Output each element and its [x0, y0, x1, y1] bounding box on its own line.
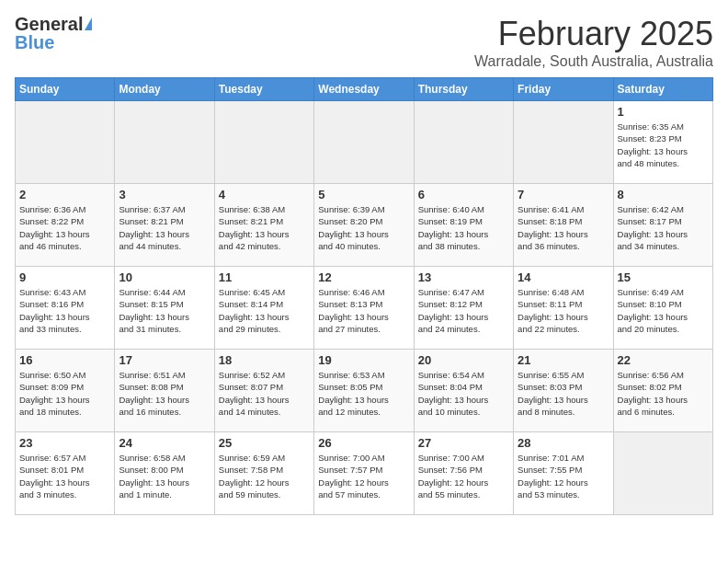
day-info: Sunrise: 6:42 AM Sunset: 8:17 PM Dayligh… [618, 203, 709, 252]
location-title: Warradale, South Australia, Australia [474, 53, 713, 70]
day-header-monday: Monday [115, 78, 214, 101]
calendar-cell: 10Sunrise: 6:44 AM Sunset: 8:15 PM Dayli… [115, 267, 214, 350]
day-header-wednesday: Wednesday [314, 78, 414, 101]
day-info: Sunrise: 6:38 AM Sunset: 8:21 PM Dayligh… [219, 203, 310, 252]
calendar-cell: 20Sunrise: 6:54 AM Sunset: 8:04 PM Dayli… [414, 350, 513, 432]
day-info: Sunrise: 7:00 AM Sunset: 7:56 PM Dayligh… [418, 452, 509, 500]
day-number: 24 [119, 436, 210, 450]
calendar-cell: 4Sunrise: 6:38 AM Sunset: 8:21 PM Daylig… [214, 184, 313, 267]
day-info: Sunrise: 6:47 AM Sunset: 8:12 PM Dayligh… [418, 286, 509, 335]
calendar-cell: 18Sunrise: 6:52 AM Sunset: 8:07 PM Dayli… [214, 350, 313, 432]
day-number: 16 [19, 353, 110, 367]
calendar-cell: 23Sunrise: 6:57 AM Sunset: 8:01 PM Dayli… [16, 432, 115, 515]
calendar-cell: 27Sunrise: 7:00 AM Sunset: 7:56 PM Dayli… [414, 432, 513, 515]
calendar-cell: 14Sunrise: 6:48 AM Sunset: 8:11 PM Dayli… [514, 267, 613, 350]
calendar-cell: 1Sunrise: 6:35 AM Sunset: 8:23 PM Daylig… [613, 101, 712, 184]
day-number: 1 [618, 105, 709, 119]
calendar-cell: 13Sunrise: 6:47 AM Sunset: 8:12 PM Dayli… [414, 267, 513, 350]
calendar-cell: 11Sunrise: 6:45 AM Sunset: 8:14 PM Dayli… [214, 267, 313, 350]
calendar-cell: 3Sunrise: 6:37 AM Sunset: 8:21 PM Daylig… [115, 184, 214, 267]
day-number: 11 [219, 270, 310, 284]
calendar-week-2: 2Sunrise: 6:36 AM Sunset: 8:22 PM Daylig… [16, 184, 713, 267]
day-number: 20 [418, 353, 509, 367]
day-number: 25 [219, 436, 310, 450]
calendar-week-5: 23Sunrise: 6:57 AM Sunset: 8:01 PM Dayli… [16, 432, 713, 515]
day-info: Sunrise: 6:39 AM Sunset: 8:20 PM Dayligh… [318, 203, 409, 252]
calendar-cell [214, 101, 313, 184]
calendar-cell [16, 101, 115, 184]
day-info: Sunrise: 6:52 AM Sunset: 8:07 PM Dayligh… [219, 369, 310, 418]
calendar-cell: 5Sunrise: 6:39 AM Sunset: 8:20 PM Daylig… [314, 184, 414, 267]
day-info: Sunrise: 6:49 AM Sunset: 8:10 PM Dayligh… [618, 286, 709, 335]
day-info: Sunrise: 6:35 AM Sunset: 8:23 PM Dayligh… [618, 121, 709, 169]
day-number: 9 [19, 270, 110, 284]
day-number: 26 [318, 436, 409, 450]
day-info: Sunrise: 6:36 AM Sunset: 8:22 PM Dayligh… [19, 203, 110, 252]
day-info: Sunrise: 6:55 AM Sunset: 8:03 PM Dayligh… [518, 369, 609, 418]
calendar-cell [414, 101, 513, 184]
calendar-cell: 28Sunrise: 7:01 AM Sunset: 7:55 PM Dayli… [514, 432, 613, 515]
logo-general-text: General [15, 15, 83, 33]
calendar-cell: 6Sunrise: 6:40 AM Sunset: 8:19 PM Daylig… [414, 184, 513, 267]
calendar-cell: 24Sunrise: 6:58 AM Sunset: 8:00 PM Dayli… [115, 432, 214, 515]
day-info: Sunrise: 6:45 AM Sunset: 8:14 PM Dayligh… [219, 286, 310, 335]
calendar-cell [115, 101, 214, 184]
calendar-cell [613, 432, 712, 515]
calendar-cell: 19Sunrise: 6:53 AM Sunset: 8:05 PM Dayli… [314, 350, 414, 432]
day-info: Sunrise: 6:48 AM Sunset: 8:11 PM Dayligh… [518, 286, 609, 335]
day-number: 13 [418, 270, 509, 284]
day-number: 19 [318, 353, 409, 367]
day-number: 6 [418, 188, 509, 201]
calendar-cell: 22Sunrise: 6:56 AM Sunset: 8:02 PM Dayli… [613, 350, 712, 432]
day-header-tuesday: Tuesday [214, 78, 313, 101]
day-number: 18 [219, 353, 310, 367]
calendar-cell: 8Sunrise: 6:42 AM Sunset: 8:17 PM Daylig… [613, 184, 712, 267]
day-info: Sunrise: 6:50 AM Sunset: 8:09 PM Dayligh… [19, 369, 110, 418]
day-info: Sunrise: 6:43 AM Sunset: 8:16 PM Dayligh… [19, 286, 110, 335]
day-number: 21 [518, 353, 609, 367]
day-header-sunday: Sunday [16, 78, 115, 101]
day-info: Sunrise: 6:57 AM Sunset: 8:01 PM Dayligh… [19, 452, 110, 500]
calendar-cell: 12Sunrise: 6:46 AM Sunset: 8:13 PM Dayli… [314, 267, 414, 350]
day-number: 15 [618, 270, 709, 284]
day-number: 27 [418, 436, 509, 450]
calendar-cell: 9Sunrise: 6:43 AM Sunset: 8:16 PM Daylig… [16, 267, 115, 350]
day-info: Sunrise: 6:37 AM Sunset: 8:21 PM Dayligh… [119, 203, 210, 252]
calendar-cell: 25Sunrise: 6:59 AM Sunset: 7:58 PM Dayli… [214, 432, 313, 515]
day-number: 7 [518, 188, 609, 201]
day-number: 17 [119, 353, 210, 367]
day-info: Sunrise: 6:41 AM Sunset: 8:18 PM Dayligh… [518, 203, 609, 252]
calendar-cell [514, 101, 613, 184]
day-number: 5 [318, 188, 409, 201]
page-header: General Blue February 2025 Warradale, So… [15, 15, 713, 70]
calendar-cell: 21Sunrise: 6:55 AM Sunset: 8:03 PM Dayli… [514, 350, 613, 432]
day-info: Sunrise: 6:56 AM Sunset: 8:02 PM Dayligh… [618, 369, 709, 418]
day-info: Sunrise: 7:01 AM Sunset: 7:55 PM Dayligh… [518, 452, 609, 500]
month-title: February 2025 [474, 15, 713, 53]
day-number: 12 [318, 270, 409, 284]
logo-blue-text: Blue [15, 33, 54, 52]
day-number: 3 [119, 188, 210, 201]
calendar-week-1: 1Sunrise: 6:35 AM Sunset: 8:23 PM Daylig… [16, 101, 713, 184]
day-info: Sunrise: 7:00 AM Sunset: 7:57 PM Dayligh… [318, 452, 409, 500]
day-number: 22 [618, 353, 709, 367]
day-info: Sunrise: 6:46 AM Sunset: 8:13 PM Dayligh… [318, 286, 409, 335]
day-info: Sunrise: 6:58 AM Sunset: 8:00 PM Dayligh… [119, 452, 210, 500]
day-number: 28 [518, 436, 609, 450]
day-number: 10 [119, 270, 210, 284]
day-info: Sunrise: 6:54 AM Sunset: 8:04 PM Dayligh… [418, 369, 509, 418]
calendar-cell: 15Sunrise: 6:49 AM Sunset: 8:10 PM Dayli… [613, 267, 712, 350]
calendar-table: SundayMondayTuesdayWednesdayThursdayFrid… [15, 77, 713, 515]
day-number: 23 [19, 436, 110, 450]
calendar-cell: 26Sunrise: 7:00 AM Sunset: 7:57 PM Dayli… [314, 432, 414, 515]
day-info: Sunrise: 6:40 AM Sunset: 8:19 PM Dayligh… [418, 203, 509, 252]
calendar-cell: 7Sunrise: 6:41 AM Sunset: 8:18 PM Daylig… [514, 184, 613, 267]
day-number: 2 [19, 188, 110, 201]
logo: General Blue [15, 15, 92, 52]
calendar-week-4: 16Sunrise: 6:50 AM Sunset: 8:09 PM Dayli… [16, 350, 713, 432]
day-info: Sunrise: 6:44 AM Sunset: 8:15 PM Dayligh… [119, 286, 210, 335]
calendar-cell: 17Sunrise: 6:51 AM Sunset: 8:08 PM Dayli… [115, 350, 214, 432]
day-header-thursday: Thursday [414, 78, 513, 101]
day-info: Sunrise: 6:51 AM Sunset: 8:08 PM Dayligh… [119, 369, 210, 418]
day-number: 4 [219, 188, 310, 201]
